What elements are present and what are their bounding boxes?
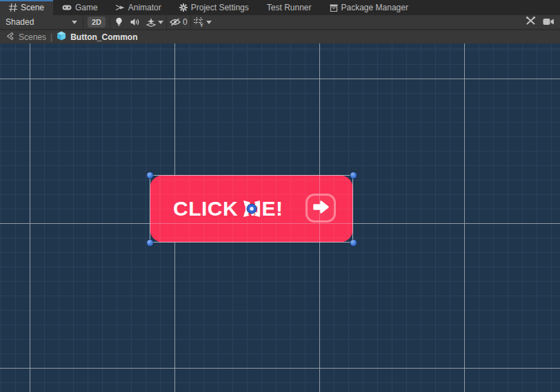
prefab-breadcrumb-bar: Scenes | Button_Common [0, 30, 560, 43]
chevron-down-icon [72, 21, 77, 24]
breadcrumb-root[interactable]: Scenes [19, 32, 46, 42]
scene-grid-icon [9, 3, 17, 12]
tab-label: Scene [21, 3, 44, 12]
prefab-cube-icon [57, 31, 66, 43]
scene-effects-toggle[interactable] [143, 15, 166, 29]
rect-handle-bottom-right[interactable] [350, 240, 357, 246]
rect-handle-top-left[interactable] [147, 172, 153, 178]
grid-major-line [30, 43, 30, 392]
scene-visibility-toggle[interactable]: 0 [167, 15, 190, 29]
toolbar-divider [83, 15, 83, 29]
editor-tab-bar: Scene Game Animator Project Settings Tes… [0, 0, 560, 15]
tab-label: Game [75, 3, 98, 12]
gear-icon [179, 3, 188, 12]
grid-major-line [0, 79, 560, 79]
eye-hidden-icon [170, 18, 181, 26]
unity-editor-window: Scene Game Animator Project Settings Tes… [0, 0, 560, 392]
scene-view-toolbar: Shaded 2D 0 [0, 15, 560, 30]
2d-toggle-button[interactable]: 2D [88, 17, 106, 28]
toolbar-right-group [526, 16, 560, 28]
scene-camera-icon[interactable] [543, 16, 554, 28]
grid-major-line [464, 43, 465, 392]
ui-button-label: CLICK ME! [173, 175, 283, 243]
back-arrow-icon[interactable] [6, 31, 14, 43]
tab-label: Package Manager [341, 3, 408, 12]
tab-label: Project Settings [191, 3, 249, 12]
tab-test-runner[interactable]: Test Runner [258, 0, 321, 15]
gamepad-icon [62, 4, 72, 11]
component-tools-icon[interactable] [526, 16, 536, 28]
tab-game[interactable]: Game [53, 0, 107, 15]
grid-dropdown-caret[interactable] [206, 21, 212, 24]
draw-mode-dropdown[interactable]: Shaded [0, 15, 83, 29]
breadcrumb-current-prefab[interactable]: Button_Common [70, 32, 137, 42]
animator-motion-icon [116, 4, 125, 11]
grid-axis-icon: Y [194, 17, 204, 27]
grid-visibility-toggle[interactable]: Y [191, 15, 214, 29]
pivot-move-gizmo[interactable] [243, 200, 261, 218]
arrow-right-icon [312, 199, 330, 218]
tab-scene[interactable]: Scene [0, 0, 53, 15]
tab-animator[interactable]: Animator [107, 0, 170, 15]
svg-text:Y: Y [200, 23, 203, 28]
draw-mode-label: Shaded [6, 17, 34, 27]
speaker-icon [130, 18, 140, 26]
package-box-icon [330, 4, 338, 12]
grid-major-line [0, 368, 560, 369]
rect-handle-top-right[interactable] [350, 172, 357, 178]
scene-audio-toggle[interactable] [127, 15, 143, 29]
rect-handle-bottom-left[interactable] [147, 240, 153, 246]
effects-star-icon [146, 18, 156, 27]
scene-viewport[interactable]: CLICK ME! [0, 43, 560, 392]
hidden-object-count: 0 [183, 17, 188, 27]
tab-label: Test Runner [267, 3, 312, 12]
ui-button-arrow-box [306, 194, 336, 223]
effects-dropdown-caret[interactable] [158, 21, 163, 24]
lightbulb-icon [115, 17, 123, 27]
tab-label: Animator [128, 3, 161, 12]
tab-project-settings[interactable]: Project Settings [170, 0, 258, 15]
scene-lighting-toggle[interactable] [110, 15, 127, 29]
breadcrumb-separator: | [50, 32, 52, 42]
tab-package-manager[interactable]: Package Manager [321, 0, 417, 15]
